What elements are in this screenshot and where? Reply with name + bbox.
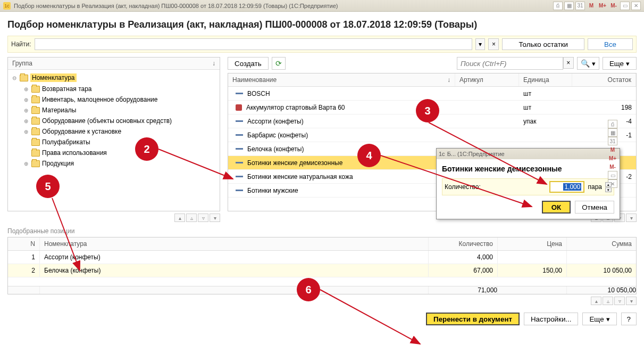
search-input[interactable] <box>457 57 563 70</box>
tree-node[interactable]: Полуфабрикаты <box>8 137 220 147</box>
col-sum[interactable]: Сумма <box>567 237 636 250</box>
all-button[interactable]: Все <box>588 38 633 50</box>
col-stock[interactable]: Остаток <box>572 73 636 86</box>
page-up-icon[interactable]: ▵ <box>603 297 613 305</box>
selected-row[interactable]: 1Ассорти (конфеты)4,000 <box>8 251 636 264</box>
page-last-icon[interactable]: ▾ <box>210 214 220 222</box>
spin-down-icon[interactable]: ▾ <box>605 187 612 192</box>
spin-up-icon[interactable]: ▴ <box>605 182 612 187</box>
tree-node[interactable]: Права использования <box>8 147 220 158</box>
item-icon <box>236 104 242 111</box>
page-last-icon[interactable]: ▾ <box>626 214 637 222</box>
more-button[interactable]: Еще ▾ <box>603 57 637 70</box>
col-price[interactable]: Цена <box>498 237 567 250</box>
page-up-icon[interactable]: ▵ <box>186 214 197 222</box>
window-titlebar: 1c Подбор номенклатуры в Реализация (акт… <box>0 0 644 12</box>
tree-node[interactable]: ⊕Оборудование (объекты основных средств) <box>8 116 220 126</box>
m-minus-button[interactable]: M- <box>608 162 617 171</box>
callout-badge: 4 <box>357 144 381 167</box>
calendar-icon[interactable]: 31 <box>575 2 585 10</box>
selected-title: Подобранные позиции <box>7 227 637 235</box>
grid-row[interactable]: Барбарис (конфеты)-1 <box>228 128 636 142</box>
tree-node[interactable]: ⊕Возвратная тара <box>8 84 220 94</box>
m-button[interactable]: M <box>608 145 617 154</box>
col-article[interactable]: Артикул <box>455 73 519 86</box>
app-icon: 1c <box>439 151 445 157</box>
item-icon <box>236 162 243 163</box>
find-clear-icon[interactable]: × <box>488 38 499 50</box>
ok-button[interactable]: ОК <box>542 201 571 214</box>
callout-badge: 2 <box>135 137 158 161</box>
col-name[interactable]: Номенклатура <box>40 237 429 250</box>
tree-node[interactable]: ⊕Материалы <box>8 105 220 116</box>
item-icon <box>236 176 243 177</box>
find-button[interactable]: 🔍▾ <box>577 57 599 70</box>
item-icon <box>236 134 243 136</box>
calendar-icon[interactable]: 31 <box>608 137 617 145</box>
callout-badge: 5 <box>36 175 60 198</box>
transfer-button[interactable]: Перенести в документ <box>426 313 520 325</box>
page-title: Подбор номенклатуры в Реализация (акт, н… <box>7 19 637 30</box>
folder-icon <box>31 107 40 114</box>
more-button[interactable]: Еще ▾ <box>582 313 616 325</box>
tree-node[interactable]: ⊖Номенклатура <box>8 72 220 84</box>
only-stock-button[interactable]: Только остатки <box>502 38 584 50</box>
find-dropdown-icon[interactable]: ▾ <box>475 38 485 50</box>
col-name[interactable]: Наименование↓ <box>228 73 455 86</box>
qty-input[interactable]: 1,000 <box>549 181 584 193</box>
col-qty[interactable]: Количество <box>429 237 498 250</box>
folder-icon <box>31 139 40 146</box>
sort-icon[interactable]: ↓ <box>212 60 215 67</box>
page-first-icon[interactable]: ▴ <box>174 214 185 222</box>
sort-icon[interactable]: ↓ <box>447 76 450 84</box>
find-input[interactable] <box>35 38 473 50</box>
page-down-icon[interactable]: ▿ <box>198 214 208 222</box>
m-minus-button[interactable]: M- <box>609 2 618 10</box>
col-unit[interactable]: Единица <box>519 73 572 86</box>
search-icon: 🔍 <box>581 59 590 68</box>
grid-row[interactable]: BOSCHшт <box>228 87 636 101</box>
tree-node[interactable]: ⊕Продукция <box>8 158 220 169</box>
item-icon <box>236 190 243 191</box>
close-icon[interactable]: ✕ <box>631 2 641 10</box>
col-n[interactable]: N <box>8 237 40 250</box>
page-first-icon[interactable]: ▴ <box>591 297 601 305</box>
cancel-button[interactable]: Отмена <box>575 201 614 214</box>
print-icon[interactable]: ⎙ <box>608 120 617 128</box>
popup-title: Б... (1С:Предприятие <box>447 151 608 157</box>
total-sum: 10 050,00 <box>567 286 636 294</box>
m-plus-button[interactable]: M+ <box>598 2 607 10</box>
folder-icon <box>31 150 40 157</box>
grid-icon[interactable]: ▦ <box>608 128 617 137</box>
page-down-icon[interactable]: ▿ <box>614 297 625 305</box>
selected-row[interactable]: 2Белочка (конфеты)67,000150,0010 050,00 <box>8 264 636 277</box>
qty-label: Количество: <box>445 183 481 191</box>
callout-badge: 6 <box>297 278 320 301</box>
folder-icon <box>31 128 40 135</box>
find-label: Найти: <box>11 40 31 48</box>
popup-item-name: Ботинки женские демисезонные <box>442 165 614 173</box>
unit-label: пара <box>588 183 602 191</box>
print-icon[interactable]: ⎙ <box>553 2 563 10</box>
app-icon: 1c <box>3 2 11 10</box>
tree-node[interactable]: ⊕Оборудование к установке <box>8 126 220 137</box>
create-button[interactable]: Создать <box>228 57 269 70</box>
m-button[interactable]: M <box>587 2 596 10</box>
minimize-icon[interactable]: ▭ <box>620 2 630 10</box>
folder-icon <box>31 86 40 93</box>
quantity-popup: 1c Б... (1С:Предприятие ⎙ ▦ 31 M M+ M- ▭… <box>436 148 620 219</box>
selected-grid: N Номенклатура Количество Цена Сумма 1Ас… <box>7 237 637 294</box>
group-header[interactable]: Группа ↓ <box>8 58 220 70</box>
minimize-icon[interactable]: ▭ <box>608 171 617 179</box>
grid-icon[interactable]: ▦ <box>564 2 574 10</box>
page-last-icon[interactable]: ▾ <box>626 297 637 305</box>
tree-node[interactable]: ⊕Инвентарь, малоценное оборудование <box>8 94 220 105</box>
help-button[interactable]: ? <box>621 313 637 325</box>
item-icon <box>236 93 243 94</box>
m-plus-button[interactable]: M+ <box>608 154 617 162</box>
item-icon <box>236 120 243 122</box>
find-bar: Найти: ▾ × Только остатки Все <box>7 36 637 53</box>
refresh-button[interactable]: ⟳ <box>272 57 286 70</box>
search-clear-icon[interactable]: × <box>563 57 574 69</box>
settings-button[interactable]: Настройки... <box>524 313 578 325</box>
